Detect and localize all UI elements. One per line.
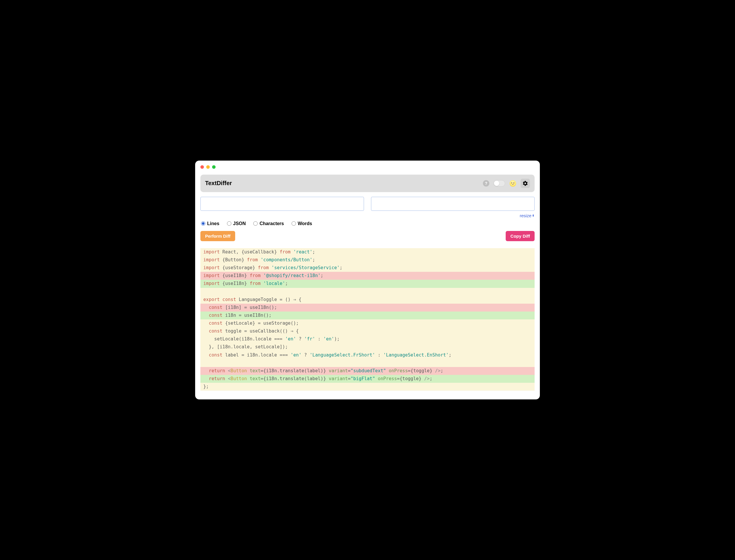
copy-diff-button[interactable]: Copy Diff — [506, 231, 535, 241]
mode-radio-characters[interactable] — [253, 221, 258, 226]
diff-line: import {Button} from 'components/Button'… — [200, 256, 535, 264]
face-icon: 🌝 — [509, 180, 517, 187]
diff-output: import React, {useCallback} from 'react'… — [200, 248, 535, 391]
right-input[interactable] — [371, 197, 535, 211]
mode-option-json[interactable]: JSON — [227, 221, 246, 226]
diff-line: import React, {useCallback} from 'react'… — [200, 248, 535, 256]
mode-label-words: Words — [298, 221, 312, 226]
diff-line: const toggle = useCallback(() ⇒ { — [200, 327, 535, 335]
resize-label: resize — [520, 213, 531, 218]
diff-line — [200, 359, 535, 367]
window-zoom-icon[interactable] — [212, 165, 215, 169]
mode-label-lines: Lines — [207, 221, 219, 226]
window-minimize-icon[interactable] — [206, 165, 210, 169]
diff-line: import {useStorage} from 'services/Stora… — [200, 264, 535, 272]
window-traffic-lights — [195, 161, 540, 172]
app-title: TextDiffer — [205, 180, 232, 187]
resize-arrows-icon: ▴▾ — [533, 214, 534, 217]
mode-option-characters[interactable]: Characters — [253, 221, 284, 226]
diff-line: export const LanguageToggle = () ⇒ { — [200, 296, 535, 304]
resize-handle[interactable]: resize ▴▾ — [201, 213, 534, 218]
gear-icon — [522, 180, 528, 186]
diff-line: setLocale(i18n.locale === 'en' ? 'fr' : … — [200, 335, 535, 343]
mode-radio-json[interactable] — [227, 221, 231, 226]
mode-option-words[interactable]: Words — [291, 221, 312, 226]
app-window: TextDiffer ? 🌝 resize ▴▾ Lines JSON Char… — [195, 161, 540, 399]
diff-mode-group: Lines JSON Characters Words — [201, 221, 534, 226]
diff-line — [200, 288, 535, 296]
inputs-row — [200, 197, 535, 211]
help-icon[interactable]: ? — [483, 180, 489, 187]
buttons-row: Perform Diff Copy Diff — [200, 231, 535, 241]
mode-option-lines[interactable]: Lines — [201, 221, 219, 226]
diff-line: return <Button text={i18n.translate(labe… — [200, 375, 535, 383]
settings-button[interactable] — [521, 179, 530, 188]
mode-radio-lines[interactable] — [201, 221, 205, 226]
diff-line: const i18n = useI18n(); — [200, 312, 535, 319]
mode-label-characters: Characters — [259, 221, 284, 226]
diff-line: import {useI18n} from '@shopify/react-i1… — [200, 272, 535, 280]
diff-line: const label = i18n.locale === 'en' ? 'La… — [200, 351, 535, 359]
diff-line: import {useI18n} from 'locale'; — [200, 280, 535, 288]
diff-line: const [i18n] = useI18n(); — [200, 304, 535, 312]
left-input[interactable] — [200, 197, 364, 211]
mode-label-json: JSON — [233, 221, 246, 226]
perform-diff-button[interactable]: Perform Diff — [200, 231, 235, 241]
header-actions: ? 🌝 — [483, 179, 530, 188]
window-close-icon[interactable] — [200, 165, 204, 169]
theme-toggle[interactable] — [494, 180, 505, 187]
mode-radio-words[interactable] — [291, 221, 296, 226]
diff-line: const {setLocale} = useStorage(); — [200, 319, 535, 327]
diff-line: }; — [200, 383, 535, 391]
header-bar: TextDiffer ? 🌝 — [200, 175, 535, 192]
diff-line: return <Button text={i18n.translate(labe… — [200, 367, 535, 375]
diff-line: }, [i18n.locale, setLocale]); — [200, 343, 535, 351]
